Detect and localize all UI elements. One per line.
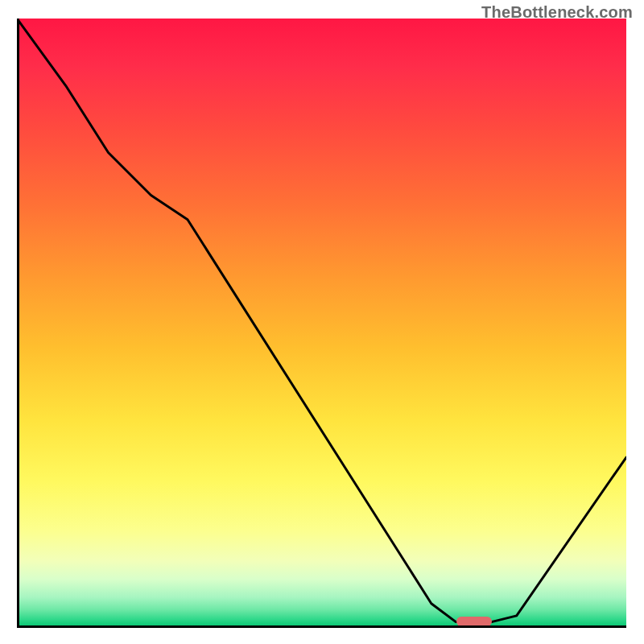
x-axis [17, 625, 626, 628]
plot-area [17, 19, 626, 628]
y-axis [17, 19, 19, 628]
chart-curve [17, 19, 626, 628]
